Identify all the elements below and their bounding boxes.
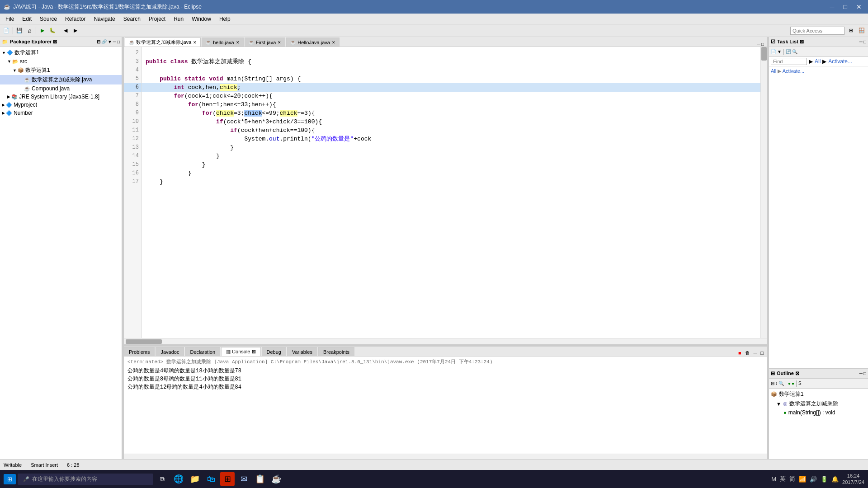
close-button[interactable]: ✕: [854, 3, 864, 10]
tab-close-hellojava[interactable]: ✕: [332, 40, 335, 45]
tree-item-math1[interactable]: ▼ 🔷 数学运算1: [0, 48, 122, 57]
notification-icon[interactable]: 🔔: [831, 476, 839, 483]
task-find-input[interactable]: [771, 58, 807, 65]
outline-item-method[interactable]: ● main(String[]) : void: [769, 408, 868, 417]
task-filter-button[interactable]: 🔍: [792, 49, 797, 54]
outline-maximize-button[interactable]: □: [863, 371, 866, 376]
expand-myproject[interactable]: ▶: [2, 103, 5, 107]
tree-item-number[interactable]: ▶ 🔷 Number: [0, 109, 122, 117]
edge-browser-icon[interactable]: 🌐: [171, 472, 186, 486]
tab-first[interactable]: ☕ First.java ✕: [245, 38, 286, 47]
minimize-panel-button[interactable]: ─: [113, 39, 116, 44]
tab-problems[interactable]: Problems: [124, 347, 155, 356]
editor-minimize-button[interactable]: ─: [757, 42, 760, 47]
tab-variables[interactable]: Variables: [287, 347, 317, 356]
tab-debug[interactable]: Debug: [262, 347, 286, 356]
tree-item-jre[interactable]: ▶ 📚 JRE System Library [JavaSE-1.8]: [0, 93, 122, 101]
tree-item-compound[interactable]: ▶ ☕ Compound.java: [0, 84, 122, 93]
tab-breakpoints[interactable]: Breakpoints: [318, 347, 354, 356]
tab-javadoc[interactable]: Javadoc: [156, 347, 184, 356]
editor-maximize-button[interactable]: □: [761, 42, 764, 47]
expand-math1[interactable]: ▼: [2, 51, 6, 55]
maximize-panel-button[interactable]: □: [117, 39, 120, 44]
tab-hello[interactable]: ☕ hello.java ✕: [202, 38, 243, 47]
tab-close-first[interactable]: ✕: [278, 40, 281, 45]
language-label[interactable]: 英: [780, 475, 786, 483]
menu-item-project[interactable]: Project: [145, 15, 169, 23]
new-button[interactable]: 📄: [2, 26, 11, 35]
outline-expand-arrow[interactable]: ▼: [776, 401, 781, 407]
code-content[interactable]: public class 数学运算之加减乘除 { public static v…: [142, 47, 760, 338]
notepad-icon[interactable]: 📋: [253, 472, 267, 486]
start-button[interactable]: ⊞: [4, 474, 16, 484]
menu-item-search[interactable]: Search: [120, 15, 144, 23]
menu-item-navigate[interactable]: Navigate: [90, 15, 118, 23]
volume-icon[interactable]: 🔊: [810, 476, 817, 483]
mail-icon[interactable]: ✉: [236, 472, 251, 486]
menu-item-window[interactable]: Window: [188, 15, 215, 23]
taskbar-search[interactable]: 🎤 在这里输入你要搜索的内容: [18, 474, 153, 485]
system-clock[interactable]: 16:24 2017/7/24: [842, 473, 864, 486]
file-explorer-icon[interactable]: 📁: [188, 472, 202, 486]
outline-filter-button[interactable]: 🔍: [778, 381, 784, 386]
view-button[interactable]: 🪟: [857, 26, 866, 35]
menu-item-run[interactable]: Run: [170, 15, 187, 23]
menu-item-source[interactable]: Source: [36, 15, 61, 23]
expand-src[interactable]: ▼: [7, 59, 11, 64]
tree-item-myproject[interactable]: ▶ 🔷 Myproject: [0, 101, 122, 109]
debug-button[interactable]: 🐛: [48, 26, 57, 35]
special-app-icon[interactable]: ⊞: [220, 472, 235, 486]
outline-item-class[interactable]: ▼ ◎ 数学运算之加减乘除: [769, 399, 868, 408]
minimize-button[interactable]: ─: [827, 3, 837, 10]
clear-console-button[interactable]: 🗑: [744, 350, 751, 356]
tab-math-file[interactable]: ☕ 数学运算之加减乘除.java ✕: [125, 38, 201, 47]
print-button[interactable]: 🖨: [25, 26, 34, 35]
tree-item-mathfile[interactable]: ▶ ☕ 数学运算之加减乘除.java: [0, 75, 122, 84]
all-link[interactable]: All: [771, 68, 776, 74]
scrollbar-thumb[interactable]: [761, 47, 767, 61]
collapse-all-button[interactable]: ⊟: [97, 39, 100, 44]
back-button[interactable]: ◀: [61, 26, 70, 35]
new-task-button[interactable]: 📄: [771, 49, 776, 54]
menu-item-refactor[interactable]: Refactor: [61, 15, 89, 23]
menu-item-file[interactable]: File: [2, 15, 18, 23]
view-menu-button[interactable]: ▼: [108, 39, 112, 44]
activate-link[interactable]: Activate...: [783, 68, 804, 74]
task-menu-button[interactable]: ▼: [777, 49, 782, 54]
console-maximize-button[interactable]: □: [759, 350, 765, 356]
tree-item-math1pkg[interactable]: ▼ 📦 数学运算1: [0, 66, 122, 75]
network-icon[interactable]: 📶: [799, 476, 806, 483]
activate-label[interactable]: Activate...: [828, 58, 852, 65]
outline-field-button[interactable]: ●: [788, 381, 791, 386]
save-button[interactable]: 💾: [15, 26, 24, 35]
menu-item-help[interactable]: Help: [216, 15, 234, 23]
link-editor-button[interactable]: 🔗: [101, 39, 107, 44]
outline-collapse-button[interactable]: ⊟: [771, 381, 774, 386]
task-maximize-button[interactable]: □: [863, 39, 866, 44]
h-scrollbar-thumb[interactable]: [126, 339, 162, 344]
store-icon[interactable]: 🛍: [204, 472, 218, 486]
tab-declaration[interactable]: Declaration: [185, 347, 220, 356]
tab-close-hello[interactable]: ✕: [236, 40, 240, 45]
tab-close-math[interactable]: ✕: [193, 40, 197, 45]
task-view-button[interactable]: ⧉: [155, 472, 170, 486]
tab-console[interactable]: ▦ Console ⊠: [221, 347, 260, 356]
expand-number[interactable]: ▶: [2, 111, 5, 115]
eclipse-taskbar-icon[interactable]: ☕: [269, 472, 283, 486]
console-minimize-button[interactable]: ─: [752, 350, 759, 356]
outline-minimize-button[interactable]: ─: [859, 371, 863, 376]
code-editor[interactable]: 2 3 4 5 6 7 8 9 10 11 12 13 14 15: [124, 47, 767, 338]
layout-label[interactable]: 简: [789, 475, 795, 483]
tree-item-src[interactable]: ▼ 📂 src: [0, 57, 122, 66]
expand-jre[interactable]: ▶: [7, 94, 10, 99]
expand-math1pkg[interactable]: ▼: [13, 68, 17, 73]
quick-access-input[interactable]: [790, 27, 844, 35]
outline-hide-static-button[interactable]: S: [798, 381, 802, 386]
outline-item-package[interactable]: 📦 数学运算1: [769, 389, 868, 399]
forward-button[interactable]: ▶: [71, 26, 80, 35]
ime-label[interactable]: M: [771, 476, 776, 483]
maximize-button[interactable]: □: [841, 3, 850, 10]
battery-icon[interactable]: 🔋: [821, 476, 828, 483]
outline-sort-button[interactable]: ↕: [775, 381, 778, 386]
terminate-button[interactable]: ■: [737, 350, 743, 356]
